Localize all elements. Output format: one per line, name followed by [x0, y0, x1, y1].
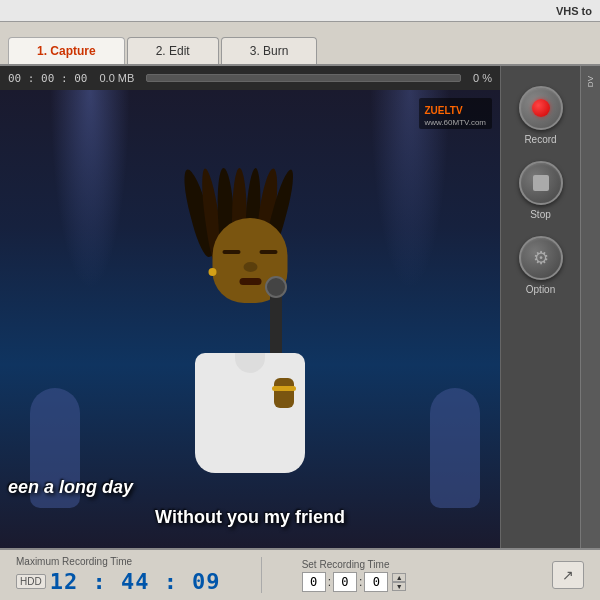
dreadlocks-group: [170, 168, 330, 348]
export-button[interactable]: ↗: [552, 561, 584, 589]
tabs-row: 1. Capture 2. Edit 3. Burn: [0, 22, 600, 64]
divider: [261, 557, 262, 593]
option-label: Option: [526, 284, 555, 295]
earring: [209, 268, 217, 276]
time-sep-1: :: [328, 575, 331, 589]
playback-time: 00 : 00 : 00: [8, 72, 87, 85]
subtitle-line2: Without you my friend: [155, 507, 345, 528]
tab-burn[interactable]: 3. Burn: [221, 37, 318, 64]
hand: [274, 378, 294, 408]
time-sep-2: :: [359, 575, 362, 589]
progress-bar: [146, 74, 461, 82]
left-panel: 00 : 00 : 00 0.0 MB 0 %: [0, 66, 500, 548]
hdd-time-display: 12 : 44 : 09: [50, 569, 221, 594]
max-recording-value: HDD 12 : 44 : 09: [16, 569, 221, 594]
tab-edit[interactable]: 2. Edit: [127, 37, 219, 64]
microphone-head: [265, 276, 287, 298]
tab-capture[interactable]: 1. Capture: [8, 37, 125, 64]
logo-subtext: www.60MTV.com: [425, 118, 487, 127]
main-area: 00 : 00 : 00 0.0 MB 0 %: [0, 64, 600, 548]
file-size: 0.0 MB: [99, 72, 134, 84]
spin-up-button[interactable]: ▲: [392, 573, 406, 582]
stage-light-left: [50, 90, 130, 290]
far-right-panel: DV: [580, 66, 600, 548]
logo-text: ZUELTV: [425, 105, 463, 116]
collar: [235, 353, 265, 373]
subtitle-line1: een a long day: [8, 477, 133, 498]
title-bar: VHS to: [0, 0, 600, 22]
playback-status-bar: 00 : 00 : 00 0.0 MB 0 %: [0, 66, 500, 90]
nose: [243, 262, 257, 272]
set-recording-label: Set Recording Time: [302, 559, 390, 570]
time-minutes-input[interactable]: [333, 572, 357, 592]
controls-panel: Record Stop ⚙ Option: [500, 66, 580, 548]
title-bar-text: VHS to: [556, 5, 592, 17]
record-icon: [532, 99, 550, 117]
stop-control[interactable]: Stop: [519, 161, 563, 220]
video-area: ZUELTV www.60MTV.com een a long day With…: [0, 90, 500, 548]
stop-label: Stop: [530, 209, 551, 220]
export-icon: ↗: [562, 567, 574, 583]
time-hours-input[interactable]: [302, 572, 326, 592]
bg-musician-right: [430, 388, 480, 508]
option-control[interactable]: ⚙ Option: [519, 236, 563, 295]
bracelet: [272, 386, 296, 391]
stop-icon: [533, 175, 549, 191]
time-spinner: ▲ ▼: [392, 573, 406, 591]
hdd-badge: HDD: [16, 574, 46, 589]
progress-percent: 0 %: [473, 72, 492, 84]
bottom-bar: Maximum Recording Time HDD 12 : 44 : 09 …: [0, 548, 600, 600]
logo-overlay: ZUELTV www.60MTV.com: [419, 98, 493, 129]
time-input-group: : : ▲ ▼: [302, 572, 407, 592]
gear-icon: ⚙: [533, 247, 549, 269]
dv-label: DV: [586, 76, 595, 87]
set-recording-section: Set Recording Time : : ▲ ▼: [302, 559, 407, 592]
time-seconds-input[interactable]: [364, 572, 388, 592]
record-label: Record: [524, 134, 556, 145]
option-button[interactable]: ⚙: [519, 236, 563, 280]
performer: [150, 168, 350, 488]
spin-down-button[interactable]: ▼: [392, 582, 406, 591]
video-frame: ZUELTV www.60MTV.com een a long day With…: [0, 90, 500, 548]
mouth: [239, 278, 261, 285]
eye-left: [223, 250, 241, 254]
max-recording-section: Maximum Recording Time HDD 12 : 44 : 09: [16, 556, 221, 594]
record-control[interactable]: Record: [519, 86, 563, 145]
torso: [195, 353, 305, 473]
stop-button[interactable]: [519, 161, 563, 205]
max-recording-label: Maximum Recording Time: [16, 556, 132, 567]
record-button[interactable]: [519, 86, 563, 130]
eye-right: [260, 250, 278, 254]
app-container: VHS to 1. Capture 2. Edit 3. Burn 00 : 0…: [0, 0, 600, 600]
